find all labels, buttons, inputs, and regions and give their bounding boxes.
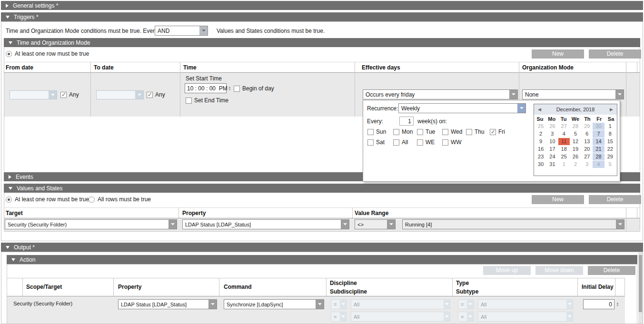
calendar-day[interactable]: 17 bbox=[546, 146, 558, 153]
subdiscipline-value-combo[interactable]: All bbox=[351, 312, 450, 322]
initial-delay-spinner[interactable]: ▲ ▼ bbox=[615, 299, 620, 309]
calendar-day[interactable]: 14 bbox=[593, 138, 604, 145]
calendar-day[interactable]: 2 bbox=[535, 130, 546, 137]
calendar-day[interactable]: 27 bbox=[581, 153, 593, 160]
checkbox-icon[interactable] bbox=[393, 129, 399, 135]
calendar-day[interactable]: 23 bbox=[535, 153, 546, 160]
type-value-combo[interactable]: All bbox=[478, 299, 573, 309]
day-checkbox-sat[interactable]: Sat bbox=[367, 139, 385, 146]
calendar-day[interactable]: 5 bbox=[570, 130, 581, 137]
radio-icon[interactable] bbox=[6, 51, 12, 57]
calendar-day[interactable]: 27 bbox=[558, 123, 570, 130]
calendar-day[interactable]: 13 bbox=[581, 138, 593, 145]
vs-delete-button[interactable]: Delete bbox=[589, 195, 641, 204]
day-checkbox-mon[interactable]: Mon bbox=[393, 128, 413, 135]
calendar-day[interactable]: 22 bbox=[604, 146, 616, 153]
checkbox-icon[interactable] bbox=[466, 129, 472, 135]
calendar-day[interactable]: 1 bbox=[604, 123, 616, 130]
calendar-day[interactable]: 29 bbox=[581, 123, 593, 130]
calendar-next-icon[interactable]: ▶ bbox=[610, 107, 613, 112]
vs-value-combo[interactable]: Running [4] bbox=[402, 219, 624, 229]
day-checkbox-wed[interactable]: Wed bbox=[442, 128, 462, 135]
spinner-down-icon[interactable]: ▼ bbox=[228, 88, 231, 91]
type-operator-combo[interactable]: = bbox=[458, 299, 474, 309]
calendar-day[interactable]: 28 bbox=[593, 153, 604, 160]
vs-property-combo[interactable]: LDAP Status [LDAP_Status] bbox=[182, 219, 349, 229]
checkbox-icon[interactable] bbox=[186, 98, 192, 104]
calendar-day[interactable]: 20 bbox=[581, 146, 593, 153]
column-header-to-date[interactable]: To date bbox=[94, 64, 114, 71]
calendar-day[interactable]: 12 bbox=[570, 138, 581, 145]
tom-rule-radio[interactable]: At least one row must be true bbox=[6, 50, 89, 57]
effective-days-combo[interactable]: Occurs every friday bbox=[363, 89, 518, 99]
column-header-value-range[interactable]: Value Range bbox=[355, 210, 388, 216]
calendar-day[interactable]: 26 bbox=[570, 153, 581, 160]
calendar-day[interactable]: 30 bbox=[535, 161, 546, 168]
scrollbar-track[interactable] bbox=[638, 252, 643, 324]
checkbox-icon[interactable] bbox=[417, 129, 423, 135]
day-checkbox-thu[interactable]: Thu bbox=[466, 128, 485, 135]
every-input[interactable]: 1 bbox=[399, 117, 414, 126]
calendar-day[interactable]: 8 bbox=[604, 130, 616, 137]
column-header-from-date[interactable]: From date bbox=[6, 64, 33, 71]
column-header-command[interactable]: Command bbox=[224, 284, 252, 290]
move-down-button[interactable]: Move down bbox=[535, 266, 583, 275]
events-operator-combo[interactable]: AND bbox=[155, 26, 208, 36]
tom-delete-button[interactable]: Delete bbox=[589, 49, 641, 59]
section-header-output[interactable]: Output * bbox=[1, 243, 643, 252]
vs-operator-combo[interactable]: <> bbox=[355, 219, 396, 229]
set-end-time-checkbox[interactable]: Set End Time bbox=[186, 97, 228, 104]
calendar-day[interactable]: 4 bbox=[558, 130, 570, 137]
day-checkbox-we[interactable]: WE bbox=[417, 139, 435, 146]
calendar-day[interactable]: 5 bbox=[604, 161, 616, 168]
calendar-month-label[interactable]: December, 2018 bbox=[556, 107, 595, 112]
vs-target-combo[interactable]: Security (Security Folder) bbox=[5, 219, 177, 229]
day-checkbox-sun[interactable]: Sun bbox=[367, 128, 386, 135]
calendar-day[interactable]: 25 bbox=[558, 153, 570, 160]
section-header-action[interactable]: Action bbox=[7, 255, 637, 264]
checkbox-icon[interactable] bbox=[442, 139, 448, 146]
to-date-picker[interactable] bbox=[96, 90, 144, 99]
column-header-scope-target[interactable]: Scope/Target bbox=[26, 284, 62, 290]
calendar-day[interactable]: 15 bbox=[604, 138, 616, 145]
subtype-operator-combo[interactable]: = bbox=[458, 312, 474, 322]
calendar-day[interactable]: 30 bbox=[593, 123, 604, 130]
vs-new-button[interactable]: New bbox=[532, 195, 584, 204]
checkbox-icon[interactable] bbox=[490, 129, 496, 135]
calendar-prev-icon[interactable]: ◀ bbox=[538, 107, 541, 112]
calendar-day[interactable]: 7 bbox=[593, 130, 604, 137]
start-time-spinner[interactable]: ▲ ▼ bbox=[227, 83, 232, 93]
checkbox-icon[interactable] bbox=[393, 139, 399, 146]
to-date-any-checkbox[interactable]: Any bbox=[147, 91, 165, 98]
column-header-target[interactable]: Target bbox=[6, 210, 23, 216]
checkbox-icon[interactable] bbox=[442, 129, 448, 135]
calendar-day[interactable]: 26 bbox=[546, 123, 558, 130]
column-header-time[interactable]: Time bbox=[183, 64, 197, 71]
column-header-initial-delay[interactable]: Initial Delay bbox=[582, 284, 614, 290]
calendar-day[interactable]: 21 bbox=[593, 146, 604, 153]
calendar-day[interactable]: 29 bbox=[604, 153, 616, 160]
calendar-day[interactable]: 2 bbox=[570, 161, 581, 168]
calendar-day[interactable]: 4 bbox=[593, 161, 604, 168]
checkbox-icon[interactable] bbox=[147, 92, 153, 98]
column-header-discipline[interactable]: Discipline bbox=[330, 280, 357, 286]
calendar-day[interactable]: 31 bbox=[546, 161, 558, 168]
scrollbar-thumb[interactable] bbox=[639, 255, 642, 312]
section-header-time-org-mode[interactable]: Time and Organization Mode bbox=[4, 38, 640, 47]
day-checkbox-fri[interactable]: Fri bbox=[490, 128, 505, 135]
checkbox-icon[interactable] bbox=[367, 139, 374, 146]
calendar-day[interactable]: 6 bbox=[581, 130, 593, 137]
initial-delay-input[interactable]: 0 bbox=[583, 299, 614, 309]
vs-rule-all-radio[interactable]: All rows must be true bbox=[89, 196, 151, 203]
calendar-day[interactable]: 18 bbox=[558, 146, 570, 153]
column-header-subtype[interactable]: Subtype bbox=[456, 288, 478, 295]
column-header-type[interactable]: Type bbox=[456, 280, 469, 286]
start-time-input[interactable]: 10 : 00 : 00 PM bbox=[185, 83, 227, 93]
radio-icon[interactable] bbox=[89, 196, 95, 203]
subtype-value-combo[interactable]: All bbox=[478, 312, 573, 322]
calendar-day[interactable]: 10 bbox=[546, 138, 558, 145]
begin-of-day-checkbox[interactable]: Begin of day bbox=[234, 85, 274, 92]
vs-rule-one-radio[interactable]: At least one row must be true bbox=[6, 196, 89, 203]
column-header-property[interactable]: Property bbox=[118, 284, 141, 290]
column-header-organization-mode[interactable]: Organization Mode bbox=[522, 64, 574, 71]
